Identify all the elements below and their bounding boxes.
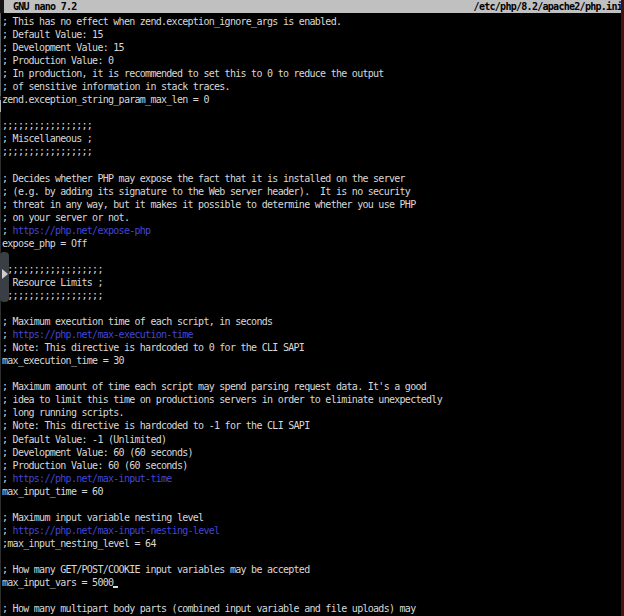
editor-line[interactable]: ; Production Value: 0 bbox=[0, 54, 624, 67]
text-segment: ; In production, it is recommended to se… bbox=[2, 68, 384, 79]
text-segment: ; Default Value: -1 (Unlimited) bbox=[2, 434, 166, 445]
editor-line[interactable]: ; of sensitive information in stack trac… bbox=[0, 80, 624, 93]
text-segment: ; Maximum input variable nesting level bbox=[2, 512, 203, 523]
text-segment: ; bbox=[2, 473, 13, 484]
editor-body[interactable]: ; This has no effect when zend.exception… bbox=[0, 13, 624, 616]
editor-line[interactable]: ;;;;;;;;;;;;;;;;; bbox=[0, 119, 624, 132]
text-segment: ;max_input_nesting_level = 64 bbox=[2, 538, 156, 549]
text-segment: ; Miscellaneous ; bbox=[2, 133, 92, 144]
editor-line[interactable]: ; https://php.net/max-input-nesting-leve… bbox=[0, 524, 624, 537]
text-segment: ; long running scripts. bbox=[2, 407, 124, 418]
text-segment: ; of sensitive information in stack trac… bbox=[2, 81, 230, 92]
nano-titlebar: GNU nano 7.2 /etc/php/8.2/apache2/php.in… bbox=[0, 0, 624, 13]
text-segment: ; Maximum amount of time each script may… bbox=[2, 381, 426, 392]
editor-line[interactable]: ; Maximum input variable nesting level bbox=[0, 511, 624, 524]
text-segment: ; Decides whether PHP may expose the fac… bbox=[2, 173, 405, 184]
text-segment: ;;;;;;;;;;;;;;;;; bbox=[2, 146, 92, 157]
text-cursor bbox=[113, 586, 118, 588]
editor-line[interactable]: ; In production, it is recommended to se… bbox=[0, 67, 624, 80]
text-segment: ; Development Value: 15 bbox=[2, 42, 124, 53]
text-segment: ;;;;;;;;;;;;;;;;; bbox=[2, 120, 92, 131]
editor-line[interactable]: ; Development Value: 15 bbox=[0, 41, 624, 54]
editor-line[interactable]: ; How many GET/POST/COOKIE input variabl… bbox=[0, 563, 624, 576]
text-segment: max_input_time = 60 bbox=[2, 486, 103, 497]
editor-line[interactable]: ; Maximum amount of time each script may… bbox=[0, 380, 624, 393]
scrollbar-thumb[interactable] bbox=[0, 252, 9, 302]
text-segment: ; Default Value: 15 bbox=[2, 29, 103, 40]
editor-line[interactable]: max_execution_time = 30 bbox=[0, 354, 624, 367]
titlebar-left-notch bbox=[0, 0, 4, 13]
text-segment: ; Resource Limits ; bbox=[2, 277, 103, 288]
text-segment: ; threat in any way, but it makes it pos… bbox=[2, 199, 415, 210]
editor-line[interactable]: ; Development Value: 60 (60 seconds) bbox=[0, 446, 624, 459]
editor-line[interactable]: ; threat in any way, but it makes it pos… bbox=[0, 198, 624, 211]
text-segment: ; Note: This directive is hardcoded to 0… bbox=[2, 342, 304, 353]
url-link[interactable]: https://php.net/max-input-time bbox=[13, 473, 172, 484]
editor-line[interactable]: ; Default Value: -1 (Unlimited) bbox=[0, 433, 624, 446]
editor-line[interactable]: max_input_vars = 5000 bbox=[0, 576, 624, 589]
editor-line[interactable]: ; https://php.net/max-input-time bbox=[0, 472, 624, 485]
editor-line[interactable]: ; How many multipart body parts (combine… bbox=[0, 602, 624, 615]
text-segment: ; Development Value: 60 (60 seconds) bbox=[2, 447, 193, 458]
text-segment: ; How many multipart body parts (combine… bbox=[2, 603, 415, 614]
text-segment: ; This has no effect when zend.exception… bbox=[2, 16, 341, 27]
text-segment: ; bbox=[2, 525, 13, 536]
text-segment: ;;;;;;;;;;;;;;;;;;; bbox=[2, 264, 103, 275]
editor-line[interactable] bbox=[0, 589, 624, 602]
url-link[interactable]: https://php.net/expose-php bbox=[13, 225, 151, 236]
text-segment: ; Production Value: 60 (60 seconds) bbox=[2, 460, 188, 471]
editor-line[interactable]: ; Production Value: 60 (60 seconds) bbox=[0, 459, 624, 472]
triangle-right-icon bbox=[2, 269, 8, 279]
terminal-screen: GNU nano 7.2 /etc/php/8.2/apache2/php.in… bbox=[0, 0, 624, 616]
editor-line[interactable]: ;;;;;;;;;;;;;;;;;;; bbox=[0, 263, 624, 276]
editor-line[interactable] bbox=[0, 159, 624, 172]
editor-line[interactable] bbox=[0, 498, 624, 511]
text-segment: max_execution_time = 30 bbox=[2, 355, 124, 366]
file-path: /etc/php/8.2/apache2/php.ini bbox=[474, 0, 624, 13]
url-link[interactable]: https://php.net/max-input-nesting-level bbox=[13, 525, 220, 536]
editor-line[interactable] bbox=[0, 250, 624, 263]
text-segment: ; Note: This directive is hardcoded to -… bbox=[2, 420, 309, 431]
text-segment: expose_php = Off bbox=[2, 238, 87, 249]
text-segment: ; How many GET/POST/COOKIE input variabl… bbox=[2, 564, 309, 575]
editor-line[interactable]: expose_php = Off bbox=[0, 237, 624, 250]
editor-line[interactable]: ; Note: This directive is hardcoded to 0… bbox=[0, 341, 624, 354]
left-edge-tick bbox=[0, 100, 1, 112]
editor-line[interactable]: ;max_input_nesting_level = 64 bbox=[0, 537, 624, 550]
text-segment: ;;;;;;;;;;;;;;;;;;; bbox=[2, 290, 103, 301]
text-segment: ; Maximum execution time of each script,… bbox=[2, 316, 272, 327]
text-segment: ; Production Value: 0 bbox=[2, 55, 113, 66]
editor-line[interactable] bbox=[0, 550, 624, 563]
editor-line[interactable]: ; Maximum execution time of each script,… bbox=[0, 315, 624, 328]
text-segment: zend.exception_string_param_max_len = 0 bbox=[2, 94, 209, 105]
editor-line[interactable]: ; Miscellaneous ; bbox=[0, 132, 624, 145]
editor-line[interactable]: ; Note: This directive is hardcoded to -… bbox=[0, 419, 624, 432]
editor-line[interactable] bbox=[0, 302, 624, 315]
editor-line[interactable]: ; idea to limit this time on productions… bbox=[0, 393, 624, 406]
app-title: GNU nano 7.2 bbox=[0, 0, 77, 13]
text-segment: ; idea to limit this time on productions… bbox=[2, 394, 442, 405]
text-segment: ; on your server or not. bbox=[2, 212, 129, 223]
editor-line[interactable]: ; Default Value: 15 bbox=[0, 28, 624, 41]
editor-line[interactable] bbox=[0, 367, 624, 380]
editor-line[interactable]: ; on your server or not. bbox=[0, 211, 624, 224]
editor-line[interactable]: ; long running scripts. bbox=[0, 406, 624, 419]
text-segment: ; (e.g. by adding its signature to the W… bbox=[2, 186, 410, 197]
text-segment: max_input_vars = 5000 bbox=[2, 577, 113, 588]
editor-line[interactable]: ; https://php.net/max-execution-time bbox=[0, 328, 624, 341]
left-edge-highlight bbox=[0, 13, 1, 96]
text-segment: ; bbox=[2, 329, 13, 340]
editor-line[interactable]: ; This has no effect when zend.exception… bbox=[0, 15, 624, 28]
editor-line[interactable]: ; https://php.net/expose-php bbox=[0, 224, 624, 237]
text-segment: ; bbox=[2, 225, 13, 236]
editor-line[interactable]: zend.exception_string_param_max_len = 0 bbox=[0, 93, 624, 106]
editor-line[interactable]: ;;;;;;;;;;;;;;;;;;; bbox=[0, 289, 624, 302]
editor-line[interactable]: ; (e.g. by adding its signature to the W… bbox=[0, 185, 624, 198]
editor-line[interactable]: max_input_time = 60 bbox=[0, 485, 624, 498]
editor-line[interactable]: ; Decides whether PHP may expose the fac… bbox=[0, 172, 624, 185]
url-link[interactable]: https://php.net/max-execution-time bbox=[13, 329, 193, 340]
editor-line[interactable]: ;;;;;;;;;;;;;;;;; bbox=[0, 145, 624, 158]
editor-line[interactable] bbox=[0, 106, 624, 119]
editor-line[interactable]: ; Resource Limits ; bbox=[0, 276, 624, 289]
